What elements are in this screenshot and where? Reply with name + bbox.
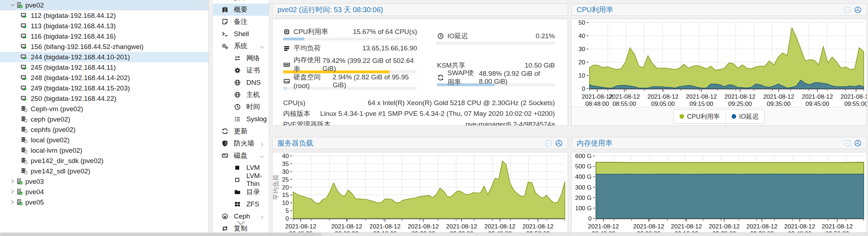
book-icon <box>221 6 229 13</box>
tree-item-vm[interactable]: 244 (bigdata-192.168.44.10-201) <box>0 52 209 62</box>
proxmox-node-summary-page: pve02112 (bigdata-192.168.44.12)113 (big… <box>0 0 868 236</box>
tree-item-node[interactable]: pve05 <box>0 197 209 207</box>
tree-item-node[interactable]: pve04 <box>0 187 209 197</box>
tree-item-vm[interactable]: 116 (bigdata-192.168.44.16) <box>0 31 209 41</box>
menu-item-系统[interactable]: 系统 <box>213 40 269 52</box>
storage-icon <box>20 126 27 133</box>
svg-text:2021-08-12: 2021-08-12 <box>802 93 833 100</box>
tree-item-vm[interactable]: 112 (bigdata-192.168.44.12) <box>0 10 209 21</box>
menu-item-label: 磁盘 <box>213 151 247 160</box>
menu-item-备注[interactable]: 备注 <box>213 16 269 28</box>
menu-item-shell[interactable]: Shell <box>213 28 269 40</box>
menu-item-dns[interactable]: DNS <box>213 77 269 89</box>
vm-running-icon <box>20 84 27 92</box>
load-chart-header: 服务器负载 <box>272 137 568 149</box>
menu-item-主机[interactable]: 主机 <box>213 89 269 101</box>
menu-item-syslog[interactable]: Syslog <box>213 113 269 125</box>
menu-item-search-clipped[interactable]: 搜索 <box>213 0 269 4</box>
resource-tree[interactable]: pve02112 (bigdata-192.168.44.12)113 (big… <box>0 0 209 232</box>
menu-item-概要[interactable]: 概要 <box>213 4 269 16</box>
tree-item-vm[interactable]: 156 (bifang-192.168.44.52-zhangwei) <box>0 41 209 52</box>
chevron-right-icon <box>260 214 265 219</box>
tree-item-storage[interactable]: local (pve02) <box>0 135 209 145</box>
tree-item-storage[interactable]: ceph (pve02) <box>0 114 209 124</box>
menu-item-证书[interactable]: 证书 <box>213 64 269 77</box>
tree-item-storage[interactable]: cephfs (pve02) <box>0 124 209 135</box>
legend-dot-icon <box>679 114 684 119</box>
storage-icon <box>20 136 27 143</box>
collapse-panel-icon[interactable] <box>844 139 851 147</box>
menu-item-搜索[interactable]: 搜索 <box>213 0 269 4</box>
svg-text:平均负荷: 平均负荷 <box>272 174 280 200</box>
loadbars-icon <box>283 45 290 52</box>
svg-text:40: 40 <box>578 33 585 39</box>
svg-text:35: 35 <box>282 161 289 167</box>
svg-text:2021-08-12: 2021-08-12 <box>522 223 553 230</box>
tree-item-label: 249 (bigdata-192.168.44.15-203) <box>0 84 130 92</box>
tree-item-vm[interactable]: 250 (bigdata-192.168.44.22) <box>0 93 209 104</box>
cpu-usage-chart: 2021-08-1208:48:002021-08-1208:55:002021… <box>572 19 867 108</box>
legend-entry[interactable]: IO延迟 <box>726 110 764 123</box>
menu-item-zfs[interactable]: ZFS <box>213 198 269 210</box>
scrollbar-thumb[interactable] <box>0 233 321 236</box>
tree-item-storage[interactable]: local-lvm (pve02) <box>0 145 209 156</box>
vm-running-icon <box>20 22 27 29</box>
collapse-panel-icon[interactable] <box>844 6 851 14</box>
tree-item-vm[interactable]: 249 (bigdata-192.168.44.15-203) <box>0 83 209 93</box>
collapse-panel-icon[interactable] <box>545 139 552 147</box>
terminal-icon <box>221 30 229 38</box>
menu-item-label: 搜索 <box>213 0 247 2</box>
squareO-icon <box>234 176 241 183</box>
cpu-chart-card: 2021-08-1208:48:002021-08-1208:55:002021… <box>571 19 867 126</box>
menu-item-时间[interactable]: 时间 <box>213 101 269 113</box>
menu-item-label: Ceph <box>213 212 250 220</box>
server-load-chart: 2021-08-1208:48:002021-08-1209:00:002021… <box>272 152 568 236</box>
svg-text:2021-08-12: 2021-08-12 <box>485 223 516 230</box>
chart-legend[interactable]: CPU利用率IO延迟 <box>673 109 765 124</box>
svg-text:2021-08-12: 2021-08-12 <box>582 93 613 100</box>
status-row: SWAP使用率48.98% (3.92 GiB of 8.00 GiB) <box>437 73 555 86</box>
panel-splitter[interactable] <box>209 0 213 232</box>
menu-item-更新[interactable]: 更新 <box>213 125 269 137</box>
status-row: 平均负荷13.65,15.66,16.90 <box>283 44 417 53</box>
undock-chart-icon[interactable] <box>854 139 862 147</box>
vm-running-icon <box>20 74 27 81</box>
svg-text:0: 0 <box>588 215 592 222</box>
legend-entry[interactable]: CPU利用率 <box>674 110 726 123</box>
status-panel-header: pve02 (运行时间: 53 天 08:30:06) <box>272 4 568 16</box>
svg-text:15: 15 <box>282 192 289 198</box>
menu-item-网络[interactable]: 网络 <box>213 52 269 64</box>
ram-icon <box>283 61 290 68</box>
tree-item-storage[interactable]: pve142_dir_sdk (pve02) <box>0 156 209 166</box>
tree-item-node[interactable]: pve03 <box>0 176 209 187</box>
menu-item-磁盘[interactable]: 磁盘 <box>213 149 269 162</box>
status-row-label: 硬盘空间(root) <box>293 73 333 90</box>
storage-icon <box>20 167 27 174</box>
cpu-chart-header: CPU利用率 <box>571 4 867 16</box>
svg-text:2021-08-12: 2021-08-12 <box>822 223 853 230</box>
menu-item-目录[interactable]: 目录 <box>213 186 269 198</box>
tree-item-vm[interactable]: 113 (bigdata-192.168.44.13) <box>0 21 209 31</box>
menu-item-lvm-thin[interactable]: LVM-Thin <box>213 174 269 186</box>
clock-icon <box>234 103 241 110</box>
tree-item-storage[interactable]: Ceph-vm (pve02) <box>0 104 209 114</box>
horizontal-scrollbar[interactable] <box>0 232 868 236</box>
storage-icon <box>20 115 27 123</box>
svg-text:2021-08-12: 2021-08-12 <box>841 93 867 100</box>
svg-text:2021-08-12: 2021-08-12 <box>647 93 678 100</box>
undock-chart-icon[interactable] <box>555 139 563 147</box>
menu-scroll-down-button[interactable] <box>213 220 269 227</box>
tree-item-vm[interactable]: 248 (bigdata-192.168.44.14-202) <box>0 73 209 83</box>
menu-item-防火墙[interactable]: 防火墙 <box>213 137 269 149</box>
svg-text:2021-08-12: 2021-08-12 <box>763 93 794 100</box>
svg-text:2021-08-12: 2021-08-12 <box>686 93 717 100</box>
note-icon <box>221 18 229 25</box>
tree-item-storage[interactable]: pve142_sdl (pve02) <box>0 166 209 176</box>
tree-item-label: 112 (bigdata-192.168.44.12) <box>0 12 116 20</box>
undock-chart-icon[interactable] <box>854 6 862 14</box>
info-label: 内核版本 <box>283 108 310 119</box>
tree-item-node[interactable]: pve02 <box>0 0 209 10</box>
tree-item-vm[interactable]: 245 (bigdata-192.168.44.11) <box>0 62 209 73</box>
node-menu: 搜索 概要备注Shell系统网络证书DNS主机时间Syslog更新防火墙磁盘LV… <box>213 0 269 232</box>
info-value: Linux 5.4.34-1-pve #1 SMP PVE 5.4.34-2 (… <box>320 108 555 119</box>
